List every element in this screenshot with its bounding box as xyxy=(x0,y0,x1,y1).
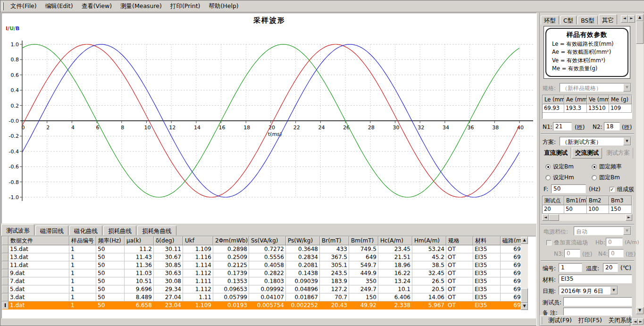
table-row[interactable]: I1.dat1506.65823.041.1090.01930.0057540.… xyxy=(2,301,535,309)
tab-scroll-right-icon[interactable]: ► xyxy=(628,15,635,23)
menu-item-view[interactable]: 查看(View) xyxy=(77,1,116,12)
column-header[interactable]: 频率(Hz) xyxy=(96,236,125,245)
mini-column-header: Bm2 xyxy=(587,196,609,205)
table-cell: 150 xyxy=(349,293,378,301)
tab-waveform[interactable]: 测试波形 xyxy=(1,224,34,235)
spec-value: （新样品规格） xyxy=(562,84,622,92)
column-header[interactable]: μa(k) xyxy=(125,236,154,245)
test-button[interactable]: 测试(F9) xyxy=(545,316,575,326)
plan-combobox[interactable]: （新测试方案） ▼ xyxy=(560,137,631,146)
table-cell: 9.dat xyxy=(8,269,69,277)
column-header[interactable]: Hm(A/m) xyxy=(412,236,446,245)
close-system-button[interactable]: 关闭系统 xyxy=(605,316,636,326)
spec-label: 规格: xyxy=(543,84,556,92)
column-header[interactable]: 材料 xyxy=(473,236,501,245)
svg-text:30: 30 xyxy=(393,125,400,131)
radio-dot-icon xyxy=(592,164,597,169)
menu-item-edit[interactable]: 编辑(Edit) xyxy=(41,1,77,12)
tab-hysteresis-loop[interactable]: 磁滞回线 xyxy=(35,226,68,235)
menu-item-file[interactable]: 文件(File) xyxy=(6,1,41,12)
table-cell: 1 xyxy=(69,269,96,277)
corner-scroll-right-icon[interactable]: ► xyxy=(638,318,644,325)
column-header[interactable]: Bm(mT) xyxy=(349,236,378,245)
column-header[interactable]: 数据文件 xyxy=(8,236,69,245)
table-scroll-up-icon[interactable]: ▲ xyxy=(521,237,528,244)
tab-magnetization-curve[interactable]: 磁化曲线 xyxy=(69,226,102,235)
table-row[interactable]: 13.dat15011.4330.671.1160.25090.55560.28… xyxy=(2,253,535,261)
table-row[interactable]: 11.dat15011.3630.851.1140.21250.40580.20… xyxy=(2,261,535,269)
material-field[interactable]: EI35 xyxy=(559,275,632,284)
radio-set-hm[interactable]: 设定Hm xyxy=(545,174,574,182)
svg-text:0.4: 0.4 xyxy=(11,87,19,93)
table-row[interactable]: 7.dat15010.5130.081.1110.13530.18030.090… xyxy=(2,277,535,285)
serial-field[interactable]: 1 xyxy=(559,263,582,272)
print-button[interactable]: 打印(F5) xyxy=(575,316,605,326)
panel-scrollbar-thumb[interactable] xyxy=(636,21,644,44)
panel-splitter[interactable] xyxy=(536,13,540,326)
table-cell: 11.03 xyxy=(125,269,154,277)
tab-ac-test[interactable]: 交流测试 xyxy=(572,148,602,159)
table-cell: 26.5 xyxy=(412,277,446,285)
mini-table-value-row[interactable]: 69.93193.313510109 xyxy=(543,104,632,113)
corner-scroll-left-icon[interactable]: ◄ xyxy=(632,318,638,325)
table-scroll-down-icon[interactable]: ▼ xyxy=(521,303,528,310)
tester-field[interactable] xyxy=(563,297,632,306)
tab-loss-curve[interactable]: 损耗曲线 xyxy=(103,226,136,235)
toolbar-grip-icon[interactable] xyxy=(541,317,542,324)
column-header[interactable]: 规格 xyxy=(446,236,473,245)
table-scrollbar-thumb[interactable] xyxy=(521,288,528,303)
tab-ring[interactable]: 环型 xyxy=(541,16,559,25)
temperature-field[interactable]: 20 xyxy=(603,263,618,272)
table-cell: 18.96 xyxy=(378,261,412,269)
column-header[interactable]: Ss(VA/kg) xyxy=(249,236,286,245)
date-picker[interactable]: 2016年 9月 6日 ▼ xyxy=(559,286,618,295)
column-header[interactable]: Br(mT) xyxy=(320,236,349,245)
table-row[interactable]: 5.dat1509.69629.341.1120.096530.099920.0… xyxy=(2,285,535,293)
chart-title: 采样波形 xyxy=(2,16,537,25)
table-row[interactable]: 15.dat15011.230.111.1090.28980.72720.364… xyxy=(2,245,535,253)
table-cell: 0.005754 xyxy=(249,301,286,309)
mini-table-value-row[interactable]: 2050100150 xyxy=(543,205,632,214)
panel-scroll-up-icon[interactable]: ▲ xyxy=(636,14,644,21)
frequency-field[interactable]: 50 xyxy=(551,184,586,193)
column-header[interactable]: Ukf xyxy=(183,236,213,245)
table-row[interactable]: 3.dat1508.48927.041.110.057990.041070.01… xyxy=(2,293,535,301)
tab-other[interactable]: 其它 xyxy=(599,14,617,25)
tp-scrollbar-thumb[interactable] xyxy=(549,214,559,221)
tab-scroll-left-icon[interactable]: ◄ xyxy=(621,15,628,23)
column-header[interactable]: 2Φm(mWb) xyxy=(213,236,249,245)
tp-scrollbar-track[interactable] xyxy=(549,214,626,221)
radio-fixed-bm[interactable]: 固定Bm xyxy=(592,174,620,182)
tab-bs-core[interactable]: BS型 xyxy=(577,16,598,25)
column-header[interactable]: δ(deg) xyxy=(154,236,183,245)
panel-scrollbar-track[interactable] xyxy=(636,21,644,307)
menu-item-measure[interactable]: 测量(Measure) xyxy=(116,1,166,12)
tp-scroll-right-icon[interactable]: ► xyxy=(626,214,632,221)
radio-set-bm[interactable]: 设定Bm xyxy=(545,163,574,171)
n2-field[interactable]: 18 xyxy=(604,122,620,131)
column-header[interactable]: 样品编号 xyxy=(69,236,96,245)
radio-fixed-freq[interactable]: 固定频率 xyxy=(592,163,622,171)
table-cell: 0.5556 xyxy=(249,253,286,261)
menu-item-print[interactable]: 打印(Print) xyxy=(166,1,205,12)
tab-c-core[interactable]: C型 xyxy=(560,16,577,25)
column-header[interactable]: Hc(A/m) xyxy=(378,236,412,245)
date-dropdown-icon[interactable]: ▼ xyxy=(610,286,618,294)
panel-scroll-down-icon[interactable]: ▼ xyxy=(636,307,644,314)
table-cell: 30.08 xyxy=(154,277,183,285)
column-header[interactable]: Ps(W/kg) xyxy=(286,236,320,245)
cluster-checkbox[interactable]: 组成簇 xyxy=(610,185,634,193)
table-cell: 11.dat xyxy=(8,261,69,269)
plan-dropdown-icon[interactable]: ▼ xyxy=(623,137,631,145)
param-line-ve: Ve = 有效体积(mm³) xyxy=(552,57,627,64)
tab-test-plan[interactable]: 测试方案 xyxy=(603,148,633,159)
y-axis-label-part: I/ xyxy=(6,25,9,32)
menu-grip-icon[interactable] xyxy=(2,2,4,10)
tp-scroll-left-icon[interactable]: ◄ xyxy=(542,214,549,221)
tab-dc-test[interactable]: 直流测试 xyxy=(541,148,571,159)
menu-item-help[interactable]: 帮助(Help) xyxy=(204,1,243,12)
tab-loss-angle-curve[interactable]: 损耗角曲线 xyxy=(137,226,176,235)
table-row[interactable]: 9.dat15011.0330.631.1120.17390.28220.143… xyxy=(2,269,535,277)
svg-text:28: 28 xyxy=(368,125,375,131)
n1-field[interactable]: 21 xyxy=(553,122,572,131)
